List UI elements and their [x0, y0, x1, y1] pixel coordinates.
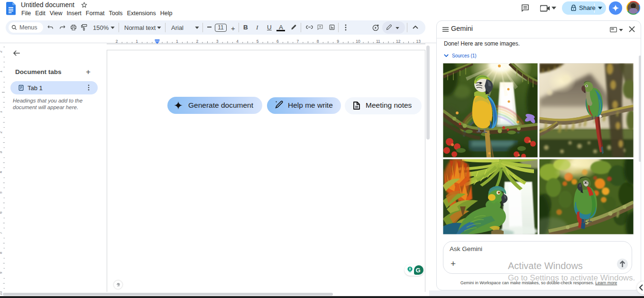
svg-text:2: 2: [0, 131, 3, 133]
svg-text:1: 1: [0, 111, 3, 113]
svg-text:9: 9: [0, 272, 3, 274]
svg-text:2: 2: [116, 39, 118, 44]
svg-text:7: 7: [296, 39, 299, 44]
svg-text:6: 6: [276, 39, 279, 44]
svg-text:10: 10: [356, 39, 360, 44]
svg-text:6: 6: [0, 212, 3, 214]
svg-text:4: 4: [0, 171, 3, 173]
svg-text:10: 10: [0, 291, 3, 295]
svg-text:2: 2: [0, 51, 3, 53]
svg-text:8: 8: [317, 39, 319, 44]
svg-text:4: 4: [236, 39, 239, 44]
svg-text:5: 5: [257, 39, 259, 44]
svg-text:1: 1: [0, 71, 3, 73]
svg-text:1: 1: [136, 39, 138, 44]
svg-text:12: 12: [396, 39, 401, 44]
svg-text:1: 1: [176, 39, 178, 44]
svg-text:2: 2: [196, 39, 198, 44]
svg-text:9: 9: [337, 39, 339, 44]
svg-text:8: 8: [0, 252, 3, 254]
svg-text:11: 11: [376, 39, 380, 44]
svg-text:7: 7: [0, 232, 3, 234]
svg-text:3: 3: [216, 39, 219, 44]
svg-text:5: 5: [0, 192, 3, 194]
svg-text:3: 3: [0, 151, 3, 153]
svg-text:13: 13: [416, 39, 421, 44]
